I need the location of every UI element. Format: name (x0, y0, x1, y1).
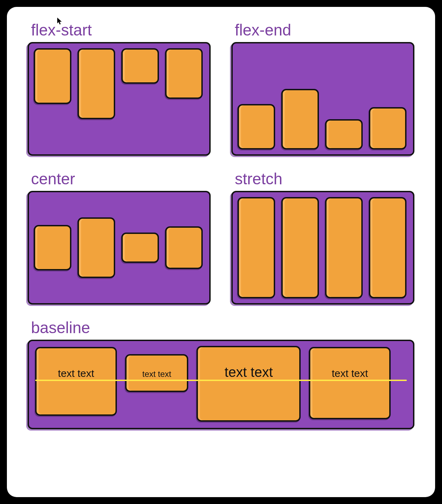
label-center: center (31, 169, 211, 188)
flex-item (121, 48, 159, 84)
flex-item (78, 217, 115, 278)
panel-baseline: baseline text text text text text text t… (28, 318, 414, 429)
panel-center: center (28, 169, 211, 305)
flex-item (34, 225, 71, 270)
flex-item (325, 119, 363, 150)
baseline-item-text: text text (224, 364, 273, 420)
box-flex-end (231, 42, 414, 156)
box-flex-start (28, 42, 211, 156)
flex-item (369, 197, 406, 298)
flex-item (121, 233, 159, 263)
diagram-frame: flex-start flex-end center (7, 7, 435, 497)
box-baseline: text text text text text text text text (28, 340, 414, 429)
row-3: baseline text text text text text text t… (28, 318, 414, 429)
baseline-item: text text (309, 347, 391, 419)
baseline-item: text text (125, 354, 188, 392)
flex-item (165, 226, 203, 269)
box-stretch (231, 191, 414, 305)
flex-item (238, 197, 275, 298)
baseline-item-text: text text (58, 368, 94, 414)
label-stretch: stretch (235, 169, 414, 188)
flex-item (281, 89, 319, 150)
flex-item (34, 48, 71, 104)
flex-item (238, 104, 275, 150)
panel-flex-start: flex-start (28, 21, 211, 156)
label-flex-end: flex-end (235, 21, 414, 39)
row-2: center stretch (28, 169, 414, 305)
flex-item (78, 48, 115, 119)
baseline-guide-line (35, 380, 407, 381)
cursor-icon (57, 17, 63, 27)
panel-stretch: stretch (231, 169, 414, 305)
flex-item (281, 197, 319, 298)
flex-item (325, 197, 363, 298)
panel-flex-end: flex-end (231, 21, 414, 156)
box-center (28, 191, 211, 305)
baseline-item: text text (197, 346, 301, 422)
baseline-item-text: text text (332, 368, 368, 418)
label-baseline: baseline (31, 318, 414, 337)
baseline-item: text text (35, 347, 117, 416)
flex-item (369, 107, 406, 150)
flex-item (165, 48, 203, 99)
row-1: flex-start flex-end (28, 21, 414, 156)
